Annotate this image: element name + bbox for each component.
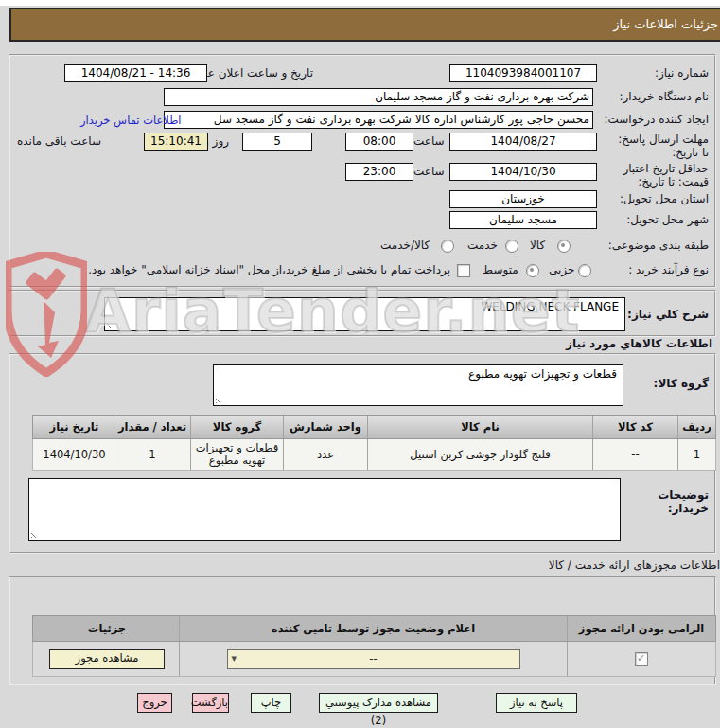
view-permit-button[interactable]: مشاهده مجوز — [49, 649, 165, 669]
province-label: استان محل تحویل: — [620, 192, 709, 205]
buyer-org-field[interactable]: شرکت بهره برداری نفت و گاز مسجد سلیمان — [164, 88, 593, 106]
request-creator-field[interactable]: محسن حاجی پور کارشناس اداره کالا شرکت به… — [164, 111, 593, 129]
goods-table: ردیف کد کالا نام کالا واحد شمارش گروه کا… — [32, 415, 716, 471]
resize-handle-icon[interactable] — [216, 395, 224, 403]
deadline-days-field[interactable]: 5 — [242, 133, 312, 151]
radio-goods-service[interactable] — [441, 240, 454, 253]
need-description-value: WELDING NECK FLANGE — [481, 300, 619, 313]
goods-table-header: ردیف کد کالا نام کالا واحد شمارش گروه کا… — [32, 415, 716, 439]
treasury-checkbox-label: پرداخت تمام یا بخشی از مبلغ خرید،از محل … — [13, 263, 450, 276]
deadline-hour-label: ساعت — [413, 134, 445, 148]
col-item-group: گروه کالا — [190, 416, 283, 438]
price-validity-time-field[interactable]: 23:00 — [345, 163, 413, 181]
col-row-number: ردیف — [677, 416, 715, 438]
permits-table-row: -- ▾ مشاهده مجوز — [32, 642, 716, 677]
need-description-label: شرح کلي نیاز: — [627, 308, 709, 321]
permits-table: الزامی بودن ارائه مجوز اعلام وضعیت مجوز … — [32, 615, 716, 677]
radio-service-label: خدمت — [467, 239, 498, 252]
deadline-time-field[interactable]: 08:00 — [345, 133, 413, 151]
goods-section-title: اطلاعات کالاهاي مورد نیاز — [566, 337, 712, 350]
need-description-textarea[interactable]: WELDING NECK FLANGE — [104, 297, 625, 331]
radio-goods-label: کالا — [530, 239, 545, 252]
city-label: شهر محل تحویل: — [626, 213, 709, 226]
col-permit-details: جزئیات — [35, 616, 179, 641]
view-attachments-button[interactable]: مشاهده مدارک پیوستي (2) — [319, 693, 438, 713]
col-item-name: نام کالا — [367, 416, 592, 438]
radio-goods-service-label: کالا/خدمت — [380, 239, 430, 252]
process-type-label: نوع فرآیند خرید : — [628, 263, 709, 276]
treasury-checkbox[interactable] — [457, 264, 470, 277]
col-permit-status: اعلام وضعیت مجوز توسط تامین کننده — [179, 616, 567, 641]
buyer-org-label: نام دستگاه خریدار: — [620, 90, 710, 103]
col-need-date: تاریخ نیاز — [35, 416, 114, 438]
price-validity-label: حداقل تاریخ اعتبار قیمت: تا تاریخ: — [614, 162, 709, 188]
resize-handle-icon[interactable] — [31, 529, 40, 538]
col-count-unit: واحد شمارش — [283, 416, 367, 438]
print-button[interactable]: چاپ — [251, 693, 291, 713]
goods-group-textarea[interactable]: قطعات و تجهیزات تهویه مطبوع — [213, 364, 623, 406]
back-button[interactable]: بازگشت — [192, 693, 229, 713]
radio-goods[interactable] — [557, 240, 571, 253]
permits-table-header: الزامی بودن ارائه مجوز اعلام وضعیت مجوز … — [32, 615, 716, 642]
countdown-label: ساعت باقی مانده — [17, 134, 101, 148]
announce-datetime-field[interactable]: 1404/08/21 - 14:36 — [64, 64, 207, 82]
request-creator-label: ایجاد کننده درخواست: — [604, 113, 709, 126]
permits-section-title: اطلاعات مجوزهای ارائه خدمت / کالا — [549, 559, 720, 572]
goods-table-row: 1 -- فلنج گلودار جوشی کربن استیل عدد قطع… — [32, 439, 716, 471]
cell-count-unit: عدد — [283, 439, 367, 470]
buyer-notes-textarea[interactable] — [28, 478, 621, 541]
cell-item-code: -- — [592, 439, 677, 470]
radio-medium[interactable] — [526, 264, 539, 277]
buyer-notes-label: توضیحات خریدار: — [652, 488, 709, 515]
radio-minor-label: جزیی — [549, 263, 574, 276]
radio-medium-label: متوسط — [483, 263, 518, 276]
cell-permit-status: -- ▾ — [179, 642, 567, 676]
deadline-date-field[interactable]: 1404/08/27 — [449, 133, 597, 151]
need-number-label: شماره نیاز: — [655, 66, 709, 80]
resize-handle-icon[interactable] — [107, 320, 115, 328]
buyer-contact-link[interactable]: اطلاعات تماس خریدار — [80, 114, 182, 127]
radio-service[interactable] — [505, 240, 518, 253]
deadline-label: مهلت ارسال پاسخ: تا تاریخ: — [609, 133, 709, 159]
need-details-page: جزئیات اطلاعات نیاز شماره نیاز: 11040939… — [0, 0, 720, 728]
exit-button[interactable]: خروج — [137, 693, 172, 713]
radio-minor[interactable] — [578, 264, 591, 277]
cell-item-group: قطعات و تجهیزات تهویه مطبوع — [190, 439, 283, 470]
cell-permit-details: مشاهده مجوز — [35, 642, 179, 676]
chevron-down-icon: ▾ — [232, 650, 237, 667]
permit-required-checkbox[interactable] — [635, 652, 648, 666]
city-field[interactable]: مسجد سلیمان — [449, 211, 597, 229]
col-permit-required: الزامی بودن ارائه مجوز — [567, 616, 715, 641]
classification-label: طبقه بندی موضوعی: — [608, 239, 709, 252]
province-field[interactable]: خوزستان — [449, 190, 597, 208]
cell-row-number: 1 — [677, 439, 715, 470]
cell-need-date: 1404/10/30 — [35, 439, 114, 470]
cell-permit-required — [567, 642, 715, 676]
col-quantity: تعداد / مقدار — [114, 416, 190, 438]
goods-group-label: گروه کالا: — [654, 377, 709, 390]
permit-status-value: -- — [369, 652, 377, 666]
goods-group-value: قطعات و تجهیزات تهویه مطبوع — [468, 367, 617, 381]
countdown-field: 15:10:41 — [144, 133, 208, 151]
cell-quantity: 1 — [114, 439, 190, 470]
page-title-bar: جزئیات اطلاعات نیاز — [9, 8, 720, 42]
price-validity-hour-label: ساعت — [413, 165, 445, 178]
page-title: جزئیات اطلاعات نیاز — [613, 17, 718, 31]
price-validity-date-field[interactable]: 1404/10/30 — [449, 163, 597, 181]
permit-status-select[interactable]: -- ▾ — [227, 649, 520, 669]
col-item-code: کد کالا — [592, 416, 677, 438]
need-number-field[interactable]: 1104093984001107 — [449, 64, 597, 82]
respond-to-need-button[interactable]: پاسخ به نیاز — [496, 693, 577, 713]
cell-item-name: فلنج گلودار جوشی کربن استیل — [367, 439, 592, 470]
